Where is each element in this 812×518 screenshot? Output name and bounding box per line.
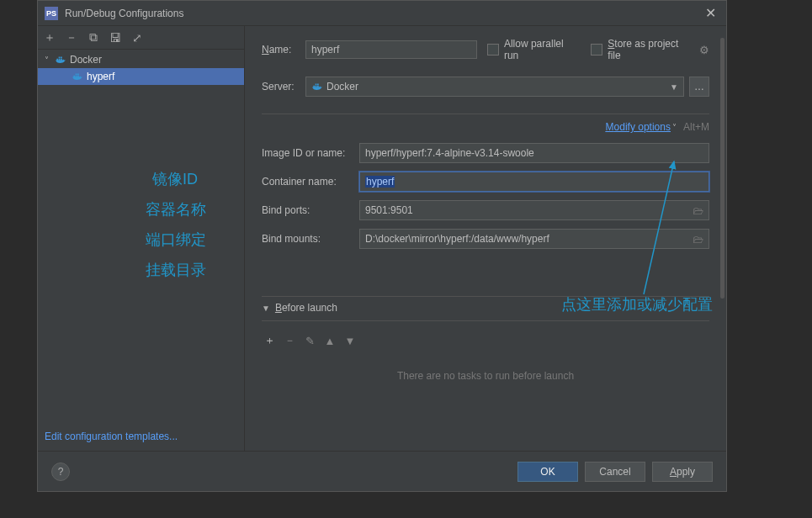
help-button[interactable]: ? xyxy=(51,462,70,481)
edit-templates-link[interactable]: Edit configuration templates... xyxy=(45,431,178,442)
chevron-down-icon: ˅ xyxy=(45,56,55,65)
bind-mounts-input[interactable]: D:\docker\mirror\hyperf:/data/www/hyperf… xyxy=(359,229,709,249)
checkbox-box xyxy=(487,44,499,56)
server-browse-button[interactable]: … xyxy=(689,77,709,97)
docker-icon xyxy=(55,54,66,66)
checkbox-box xyxy=(591,44,602,56)
gear-icon[interactable]: ⚙ xyxy=(699,44,709,56)
tree-label-hyperf: hyperf xyxy=(87,71,114,82)
cancel-button[interactable]: Cancel xyxy=(585,462,645,482)
expand-icon[interactable]: ⤢ xyxy=(130,31,144,45)
folder-icon[interactable]: 🗁 xyxy=(693,204,703,217)
modify-options-link[interactable]: Modify options xyxy=(606,121,671,133)
container-name-input[interactable]: hyperf xyxy=(359,172,709,192)
modify-shortcut: Alt+M xyxy=(683,121,709,133)
docker-icon xyxy=(311,81,323,92)
bind-mounts-label: Bind mounts: xyxy=(262,233,359,245)
bind-ports-value: 9501:9501 xyxy=(365,204,413,216)
container-name-value: hyperf xyxy=(365,176,395,188)
allow-parallel-checkbox[interactable]: Allow parallel run xyxy=(487,38,581,61)
server-select[interactable]: Docker ▼ xyxy=(305,77,684,97)
server-value: Docker xyxy=(326,81,358,92)
app-icon: PS xyxy=(45,7,58,20)
tree-item-hyperf[interactable]: hyperf xyxy=(38,68,244,85)
server-label: Server: xyxy=(262,81,305,92)
main-area: ＋ － ⧉ 🖫 ⤢ ˅ Docker hyperf Edit configura… xyxy=(38,26,726,451)
server-row: Server: Docker ▼ … xyxy=(262,77,709,97)
bind-mounts-row: Bind mounts: D:\docker\mirror\hyperf:/da… xyxy=(262,229,709,249)
close-icon[interactable]: ✕ xyxy=(702,5,719,21)
add-icon[interactable]: ＋ xyxy=(263,333,275,348)
image-id-field[interactable] xyxy=(365,147,703,159)
copy-icon[interactable]: ⧉ xyxy=(87,30,100,45)
tree-item-docker[interactable]: ˅ Docker xyxy=(38,51,244,68)
content-panel: Name: Allow parallel run Store as projec… xyxy=(245,26,726,451)
folder-icon[interactable]: 🗁 xyxy=(693,233,703,246)
up-icon[interactable]: ▲ xyxy=(324,335,336,347)
remove-icon[interactable]: － xyxy=(65,30,78,45)
image-id-input[interactable] xyxy=(359,143,709,163)
store-as-project-label: Store as project file xyxy=(608,38,694,61)
titlebar: PS Run/Debug Configurations ✕ xyxy=(38,1,726,26)
dialog-title: Run/Debug Configurations xyxy=(65,8,702,19)
container-name-label: Container name: xyxy=(262,176,359,188)
edit-templates-link-wrap: Edit configuration templates... xyxy=(38,422,244,451)
divider xyxy=(262,320,709,321)
docker-icon xyxy=(72,71,83,82)
save-icon[interactable]: 🖫 xyxy=(109,31,122,45)
scrollbar[interactable] xyxy=(720,38,724,299)
name-label: Name: xyxy=(262,44,305,56)
modify-options-row: Modify options ˅ Alt+M xyxy=(262,121,709,133)
sidebar-toolbar: ＋ － ⧉ 🖫 ⤢ xyxy=(38,26,244,50)
image-id-row: Image ID or name: xyxy=(262,143,709,163)
bind-ports-input[interactable]: 9501:9501 🗁 xyxy=(359,200,709,220)
apply-button[interactable]: Apply xyxy=(652,462,713,482)
name-input[interactable] xyxy=(305,40,477,59)
add-icon[interactable]: ＋ xyxy=(43,30,56,45)
bind-ports-row: Bind ports: 9501:9501 🗁 xyxy=(262,200,709,220)
bind-mounts-value: D:\docker\mirror\hyperf:/data/www/hyperf xyxy=(365,233,549,245)
chevron-down-icon: ▼ xyxy=(262,304,270,313)
before-launch-section: ▼ Before launch ＋ － ✎ ▲ ▼ There are no t… xyxy=(262,288,709,407)
before-launch-toolbar: ＋ － ✎ ▲ ▼ xyxy=(262,328,709,353)
before-launch-empty: There are no tasks to run before launch xyxy=(262,353,709,407)
config-tree: ˅ Docker hyperf xyxy=(38,50,244,422)
sidebar: ＋ － ⧉ 🖫 ⤢ ˅ Docker hyperf Edit configura… xyxy=(38,26,245,451)
store-as-project-checkbox[interactable]: Store as project file xyxy=(591,38,694,61)
before-launch-title: Before launch xyxy=(275,302,337,314)
name-row: Name: Allow parallel run Store as projec… xyxy=(262,38,709,61)
image-id-label: Image ID or name: xyxy=(262,147,359,159)
footer: ? OK Cancel Apply xyxy=(38,451,726,491)
bind-ports-label: Bind ports: xyxy=(262,204,359,216)
container-name-row: Container name: hyperf xyxy=(262,172,709,192)
divider xyxy=(262,114,709,114)
run-debug-config-dialog: PS Run/Debug Configurations ✕ ＋ － ⧉ 🖫 ⤢ … xyxy=(37,0,727,492)
before-launch-header[interactable]: ▼ Before launch xyxy=(262,297,709,319)
edit-icon[interactable]: ✎ xyxy=(304,335,316,347)
remove-icon[interactable]: － xyxy=(284,333,295,348)
tree-label-docker: Docker xyxy=(70,54,102,66)
allow-parallel-label: Allow parallel run xyxy=(504,38,581,61)
ok-button[interactable]: OK xyxy=(517,462,578,482)
chevron-down-icon: ˅ xyxy=(672,123,677,132)
chevron-down-icon: ▼ xyxy=(670,82,678,92)
down-icon[interactable]: ▼ xyxy=(344,335,356,347)
